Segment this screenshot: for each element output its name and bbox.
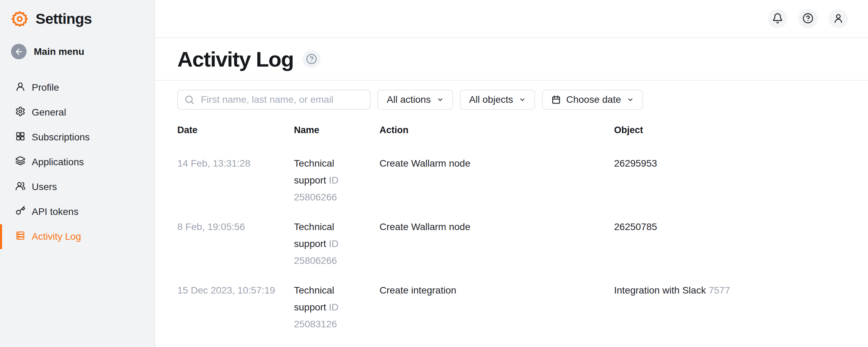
table-row: 14 Feb, 13:31:28 Technical support ID 25… [177,155,854,206]
rows-icon [15,230,26,243]
sidebar-item-profile[interactable]: Profile [0,75,155,100]
row-object: Integration with Slack 7577 [614,282,854,299]
row-name: Technical support ID 25806266 [294,155,365,206]
table-header-row: Date Name Action Object [177,125,854,136]
activity-log-table: Date Name Action Object 14 Feb, 13:31:28… [177,125,854,333]
row-name-text: Technical support [294,221,334,249]
row-object: 26250785 [614,218,854,235]
account-button[interactable] [829,9,848,28]
column-header-action: Action [379,125,614,136]
chevron-down-icon [627,96,634,103]
search-field-wrap [177,90,371,110]
key-icon [15,206,26,218]
choose-date-dropdown[interactable]: Choose date [542,90,643,110]
column-header-date: Date [177,125,294,136]
notifications-button[interactable] [768,9,787,28]
row-action: Create integration [379,282,614,299]
row-date: 14 Feb, 13:31:28 [177,155,294,172]
row-object-text: Integration with Slack [614,285,706,296]
back-to-main-menu[interactable]: Main menu [11,44,155,59]
topbar [155,0,868,38]
row-object-text: 26295953 [614,158,657,169]
circle-question-icon [802,13,813,25]
content: All actions All objects Choose date [155,81,868,345]
all-objects-dropdown[interactable]: All objects [460,90,535,110]
settings-gear-logo-icon [11,11,28,27]
sidebar-item-subscriptions[interactable]: Subscriptions [0,125,155,150]
sidebar-item-label: Applications [32,157,84,168]
row-date: 15 Dec 2023, 10:57:19 [177,282,294,299]
sidebar-item-api-tokens[interactable]: API tokens [0,199,155,224]
app-title: Settings [36,10,92,27]
table-row: 8 Feb, 19:05:56 Technical support ID 258… [177,218,854,269]
sidebar-item-label: Subscriptions [32,132,90,143]
row-name-text: Technical support [294,158,334,186]
sidebar: Settings Main menu Profile [0,0,155,347]
row-object-text: 26250785 [614,221,657,232]
column-header-object: Object [614,125,854,136]
row-name: Technical support ID 25083126 [294,282,365,333]
column-header-name: Name [294,125,379,136]
circle-question-icon [306,53,317,65]
table-body: 14 Feb, 13:31:28 Technical support ID 25… [177,155,854,333]
table-row: 15 Dec 2023, 10:57:19 Technical support … [177,282,854,333]
page-title: Activity Log [177,47,294,71]
all-actions-label: All actions [387,94,431,105]
search-input[interactable] [177,90,371,110]
row-object: 26295953 [614,155,854,172]
main-menu-label: Main menu [34,46,84,57]
sidebar-item-label: Activity Log [32,231,81,242]
sidebar-item-label: Users [32,181,57,192]
row-name-text: Technical support [294,285,334,313]
row-name: Technical support ID 25806266 [294,218,365,269]
chevron-down-icon [519,96,526,103]
sidebar-nav: Profile General Subscriptions [0,75,155,249]
bell-icon [772,13,783,25]
row-action: Create Wallarm node [379,155,614,172]
calendar-icon [551,95,561,105]
gear-icon [15,106,26,119]
layers-icon [15,156,26,169]
sidebar-item-activity-log[interactable]: Activity Log [0,224,155,249]
all-actions-dropdown[interactable]: All actions [377,90,453,110]
arrow-left-icon [11,44,27,59]
page-help-button[interactable] [303,50,320,68]
all-objects-label: All objects [469,94,513,105]
sidebar-item-label: API tokens [32,206,78,217]
choose-date-label: Choose date [566,94,621,105]
sidebar-item-label: General [32,107,66,118]
page-title-row: Activity Log [155,38,868,81]
sidebar-item-applications[interactable]: Applications [0,150,155,175]
sidebar-item-label: Profile [32,82,59,93]
main-area: Activity Log All actions [155,0,868,347]
sidebar-item-users[interactable]: Users [0,175,155,199]
chevron-down-icon [437,96,444,103]
user-icon [15,81,26,94]
app-logo: Settings [0,0,155,27]
help-button[interactable] [798,9,818,28]
row-date: 8 Feb, 19:05:56 [177,218,294,235]
row-action: Create Wallarm node [379,218,614,235]
row-object-id: 7577 [709,285,730,296]
search-icon [184,95,195,105]
grid-icon [15,131,26,144]
filter-bar: All actions All objects Choose date [177,90,854,110]
account-icon [833,13,844,25]
sidebar-item-general[interactable]: General [0,100,155,125]
users-icon [15,181,26,194]
